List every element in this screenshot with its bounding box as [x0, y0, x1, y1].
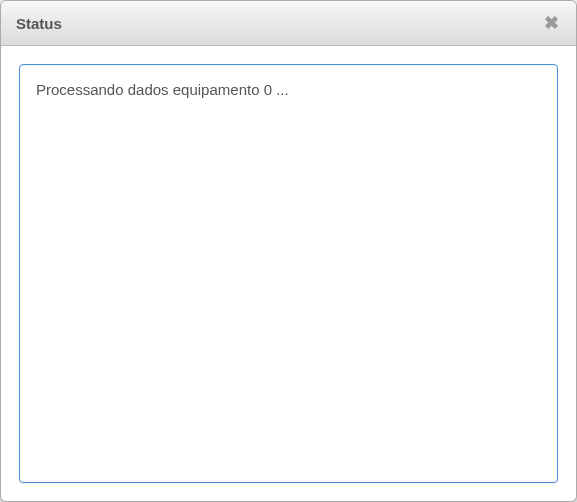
status-dialog: Status ✖ Processando dados equipamento 0… — [0, 0, 577, 502]
close-button[interactable]: ✖ — [541, 13, 561, 33]
dialog-title: Status — [16, 15, 62, 32]
status-message: Processando dados equipamento 0 ... — [36, 79, 541, 100]
dialog-content: Processando dados equipamento 0 ... — [1, 46, 576, 501]
close-icon: ✖ — [544, 14, 559, 32]
status-box: Processando dados equipamento 0 ... — [19, 64, 558, 483]
dialog-titlebar: Status ✖ — [1, 1, 576, 46]
